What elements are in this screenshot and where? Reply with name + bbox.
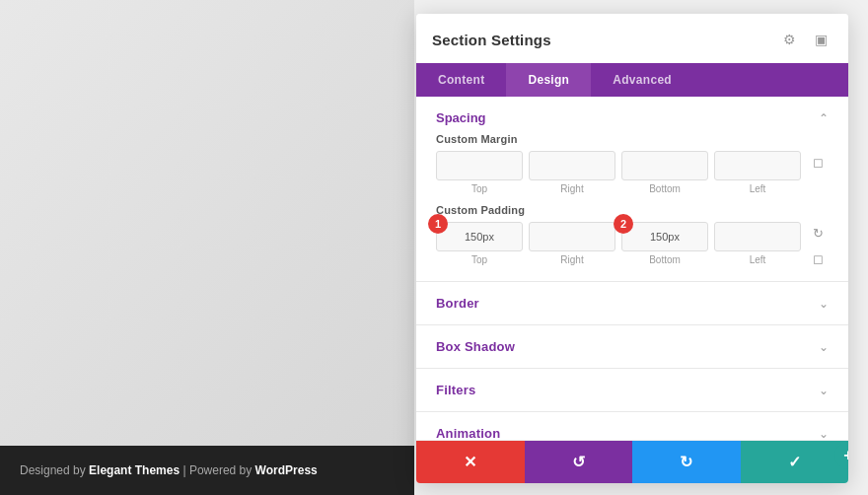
margin-left-col: Left xyxy=(714,151,801,194)
badge-2: 2 xyxy=(614,214,633,234)
margin-right-input[interactable] xyxy=(529,151,615,180)
margin-inputs-row: Top Right Bottom Left ◻ xyxy=(416,151,848,194)
padding-right-col: Right xyxy=(529,222,615,265)
margin-right-label: Right xyxy=(560,183,583,194)
gear-icon[interactable]: ⚙ xyxy=(777,28,801,51)
border-title: Border xyxy=(436,296,479,311)
padding-inputs-row: 1 Top Right 2 xyxy=(416,222,848,269)
padding-link-icon[interactable]: ◻ xyxy=(807,248,829,269)
wordpress-link[interactable]: WordPress xyxy=(255,463,318,477)
padding-top-wrapper: 1 xyxy=(436,222,523,251)
margin-link-icon[interactable]: ◻ xyxy=(807,151,829,173)
tab-advanced[interactable]: Advanced xyxy=(591,63,693,97)
padding-top-input[interactable] xyxy=(436,222,523,251)
padding-top-label: Top xyxy=(471,254,487,265)
footer-text: Designed by Elegant Themes | Powered by … xyxy=(20,463,318,477)
spacing-header[interactable]: Spacing ⌃ xyxy=(416,97,848,133)
padding-left-input[interactable] xyxy=(714,222,801,251)
custom-padding-label: Custom Padding xyxy=(416,204,848,216)
spacing-content: Custom Margin Top Right Bottom xyxy=(416,133,848,281)
padding-left-col: Left xyxy=(714,222,801,265)
filters-chevron-icon: ⌄ xyxy=(819,384,829,397)
undo-button[interactable]: ↺ xyxy=(525,441,633,483)
background-area xyxy=(0,0,414,495)
padding-actions: ↻ ◻ xyxy=(807,222,829,269)
chevron-up-icon: ⌃ xyxy=(819,111,829,125)
panel-header: Section Settings ⚙ ▣ Content Design Adva… xyxy=(416,14,848,97)
panel-title: Section Settings xyxy=(432,32,551,48)
custom-margin-label: Custom Margin xyxy=(416,133,848,145)
tabs-row: Content Design Advanced xyxy=(416,63,848,97)
padding-right-label: Right xyxy=(560,254,583,265)
margin-bottom-label: Bottom xyxy=(649,183,681,194)
panel-title-row: Section Settings ⚙ ▣ xyxy=(432,28,832,51)
animation-header[interactable]: Animation ⌄ xyxy=(416,412,848,440)
box-shadow-header[interactable]: Box Shadow ⌄ xyxy=(416,325,848,368)
margin-right-col: Right xyxy=(529,151,615,194)
filters-title: Filters xyxy=(436,383,475,397)
margin-left-label: Left xyxy=(750,183,766,194)
animation-section: Animation ⌄ xyxy=(416,412,848,440)
box-shadow-title: Box Shadow xyxy=(436,339,515,354)
margin-bottom-input[interactable] xyxy=(621,151,708,180)
box-shadow-chevron-icon: ⌄ xyxy=(819,340,829,354)
padding-top-col: 1 Top xyxy=(436,222,523,265)
box-shadow-section: Box Shadow ⌄ xyxy=(416,325,848,369)
filters-header[interactable]: Filters ⌄ xyxy=(416,369,848,411)
margin-top-col: Top xyxy=(436,151,523,194)
border-section: Border ⌄ xyxy=(416,282,848,325)
save-button[interactable]: ✓ xyxy=(741,441,849,483)
cancel-button[interactable]: ✕ xyxy=(416,441,525,483)
site-footer: Designed by Elegant Themes | Powered by … xyxy=(0,446,414,495)
padding-left-label: Left xyxy=(750,254,766,265)
padding-right-input[interactable] xyxy=(529,222,615,251)
animation-chevron-icon: ⌄ xyxy=(819,427,829,441)
animation-title: Animation xyxy=(436,426,500,440)
spacing-section: Spacing ⌃ Custom Margin Top Right xyxy=(416,97,848,282)
panel-footer: ✕ ↺ ↻ ✓ xyxy=(416,440,848,483)
badge-1: 1 xyxy=(428,214,448,234)
panel-icons: ⚙ ▣ xyxy=(777,28,832,51)
layout-icon[interactable]: ▣ xyxy=(809,28,832,51)
margin-left-input[interactable] xyxy=(714,151,801,180)
spacing-title: Spacing xyxy=(436,110,486,125)
padding-bottom-col: 2 Bottom xyxy=(621,222,708,265)
tab-design[interactable]: Design xyxy=(506,63,591,97)
padding-bottom-wrapper: 2 xyxy=(621,222,708,251)
margin-top-input[interactable] xyxy=(436,151,523,180)
padding-reset-icon[interactable]: ↻ xyxy=(807,222,829,244)
panel-body: Spacing ⌃ Custom Margin Top Right xyxy=(416,97,848,440)
margin-top-label: Top xyxy=(471,183,487,194)
padding-bottom-label: Bottom xyxy=(649,254,681,265)
margin-actions: ◻ xyxy=(807,151,829,173)
padding-bottom-input[interactable] xyxy=(621,222,708,251)
margin-bottom-col: Bottom xyxy=(621,151,708,194)
filters-section: Filters ⌄ xyxy=(416,369,848,412)
tab-content[interactable]: Content xyxy=(416,63,506,97)
border-chevron-icon: ⌄ xyxy=(819,297,829,311)
section-settings-panel: Section Settings ⚙ ▣ Content Design Adva… xyxy=(416,14,848,483)
border-header[interactable]: Border ⌄ xyxy=(416,282,848,324)
elegant-themes-link[interactable]: Elegant Themes xyxy=(89,463,180,477)
redo-button[interactable]: ↻ xyxy=(632,441,741,483)
